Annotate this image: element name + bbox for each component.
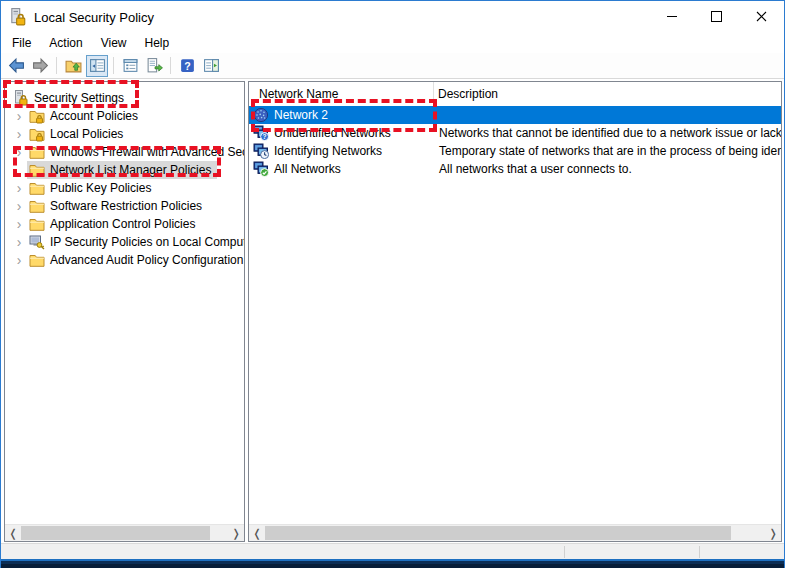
window-title: Local Security Policy — [34, 10, 154, 25]
network-question-icon — [253, 125, 269, 141]
tree-item-account-policies[interactable]: ›Account Policies — [5, 107, 244, 125]
tree-item-label: Public Key Policies — [50, 181, 151, 195]
help-button[interactable]: ? — [176, 55, 198, 77]
chevron-right-icon[interactable]: › — [11, 180, 27, 196]
tree-item-label: IP Security Policies on Local Computer — [50, 235, 244, 249]
tree-item-ip-security-policies-on-local-computer[interactable]: ›IP Security Policies on Local Computer — [5, 233, 244, 251]
toolbar-separator — [56, 57, 57, 74]
properties-button[interactable] — [119, 55, 141, 77]
tree-item-label: Security Settings — [34, 91, 124, 105]
tree-item-content[interactable]: Application Control Policies — [27, 215, 201, 233]
window-bottom-edge — [1, 559, 784, 568]
scrollbar-thumb[interactable] — [21, 526, 210, 540]
toolbar-separator — [113, 57, 114, 74]
tree-item-software-restriction-policies[interactable]: ›Software Restriction Policies — [5, 197, 244, 215]
scrollbar-thumb[interactable] — [265, 526, 731, 540]
action-pane-icon — [203, 57, 220, 74]
menu-help[interactable]: Help — [136, 34, 179, 52]
tree-item-label: Network List Manager Policies — [50, 163, 211, 177]
tree-item-advanced-audit-policy-configuration[interactable]: ›Advanced Audit Policy Configuration — [5, 251, 244, 269]
scroll-right-arrow-icon[interactable]: ❭ — [228, 525, 244, 541]
tree-item-content[interactable]: IP Security Policies on Local Computer — [27, 233, 244, 251]
up-one-level-button[interactable] — [62, 55, 84, 77]
network-name-label: Identifying Networks — [274, 144, 382, 158]
menu-file[interactable]: File — [3, 34, 40, 52]
tree-item-local-policies[interactable]: ›Local Policies — [5, 125, 244, 143]
description-cell: Temporary state of networks that are in … — [435, 144, 781, 158]
console-tree-icon — [89, 57, 106, 74]
description-cell: All networks that a user connects to. — [435, 162, 781, 176]
folder-icon — [29, 252, 45, 268]
folder-icon — [29, 216, 45, 232]
minimize-icon — [667, 16, 677, 17]
status-bar — [1, 543, 784, 560]
show-action-pane-button[interactable] — [200, 55, 222, 77]
chevron-right-icon[interactable]: › — [11, 216, 27, 232]
tree-item-content[interactable]: Public Key Policies — [27, 179, 157, 197]
security-root-icon — [13, 90, 29, 106]
tree-item-content[interactable]: Security Settings — [11, 89, 130, 107]
menu-view[interactable]: View — [92, 34, 136, 52]
tree-item-public-key-policies[interactable]: ›Public Key Policies — [5, 179, 244, 197]
list-row-all-networks[interactable]: All NetworksAll networks that a user con… — [249, 160, 781, 178]
tree-item-content[interactable]: Windows Firewall with Advanced Security — [27, 143, 244, 161]
back-arrow-icon — [8, 57, 25, 74]
network-name-cell[interactable]: All Networks — [249, 161, 435, 177]
tree-item-content[interactable]: Advanced Audit Policy Configuration — [27, 251, 244, 269]
back-button[interactable] — [5, 55, 27, 77]
tree-item-content[interactable]: Network List Manager Policies — [27, 161, 217, 179]
console-tree: Security Settings›Account Policies›Local… — [5, 82, 244, 524]
list-horizontal-scrollbar[interactable]: ❬ ❭ — [249, 524, 781, 541]
scroll-left-arrow-icon[interactable]: ❬ — [5, 525, 21, 541]
network-name-label: Unidentified Networks — [274, 126, 391, 140]
folder-lock-icon — [29, 126, 45, 142]
export-list-button[interactable] — [143, 55, 165, 77]
tree-item-content[interactable]: Software Restriction Policies — [27, 197, 208, 215]
tree-item-application-control-policies[interactable]: ›Application Control Policies — [5, 215, 244, 233]
toolbar: ? — [1, 53, 784, 79]
tree-item-windows-firewall-with-advanced-security[interactable]: ›Windows Firewall with Advanced Security — [5, 143, 244, 161]
globe-icon — [253, 107, 269, 123]
tree-item-content[interactable]: Account Policies — [27, 107, 144, 125]
chevron-right-icon[interactable]: › — [11, 144, 27, 160]
maximize-button[interactable] — [694, 1, 739, 32]
scroll-right-arrow-icon[interactable]: ❭ — [765, 525, 781, 541]
minimize-button[interactable] — [649, 1, 694, 32]
show-console-tree-button[interactable] — [86, 55, 108, 77]
chevron-right-icon[interactable]: › — [11, 126, 27, 142]
folder-icon — [29, 198, 45, 214]
column-header-network-name[interactable]: Network Name — [249, 82, 434, 106]
list-row-unidentified-networks[interactable]: Unidentified NetworksNetworks that canno… — [249, 124, 781, 142]
folder-icon — [29, 144, 45, 160]
chevron-right-icon[interactable]: › — [11, 252, 27, 268]
help-question-icon: ? — [179, 57, 196, 74]
column-header-description[interactable]: Description — [434, 82, 781, 106]
network-name-cell[interactable]: Identifying Networks — [249, 143, 435, 159]
chevron-right-icon[interactable]: › — [11, 234, 27, 250]
chevron-right-icon[interactable]: › — [11, 108, 27, 124]
forward-button[interactable] — [29, 55, 51, 77]
toolbar-separator — [170, 57, 171, 74]
network-check-icon — [253, 161, 269, 177]
chevron-right-icon[interactable]: › — [11, 198, 27, 214]
tree-horizontal-scrollbar[interactable]: ❬ ❭ — [5, 524, 244, 541]
network-name-cell[interactable]: Unidentified Networks — [249, 125, 435, 141]
list-row-network-2[interactable]: Network 2 — [249, 106, 781, 124]
close-icon — [756, 11, 767, 22]
tree-item-label: Local Policies — [50, 127, 123, 141]
results-pane: Network Name Description Network 2Uniden… — [248, 81, 782, 542]
ipsec-icon — [29, 234, 45, 250]
properties-window-icon — [122, 57, 139, 74]
network-clock-icon — [253, 143, 269, 159]
scroll-left-arrow-icon[interactable]: ❬ — [249, 525, 265, 541]
tree-item-content[interactable]: Local Policies — [27, 125, 129, 143]
tree-item-network-list-manager-policies[interactable]: Network List Manager Policies — [5, 161, 244, 179]
close-button[interactable] — [739, 1, 784, 32]
tree-item-security-settings[interactable]: Security Settings — [5, 89, 244, 107]
status-divider — [564, 546, 565, 558]
menu-action[interactable]: Action — [40, 34, 91, 52]
network-name-cell[interactable]: Network 2 — [249, 107, 435, 123]
folder-icon — [29, 162, 45, 178]
menu-bar: File Action View Help — [1, 33, 784, 53]
list-row-identifying-networks[interactable]: Identifying NetworksTemporary state of n… — [249, 142, 781, 160]
